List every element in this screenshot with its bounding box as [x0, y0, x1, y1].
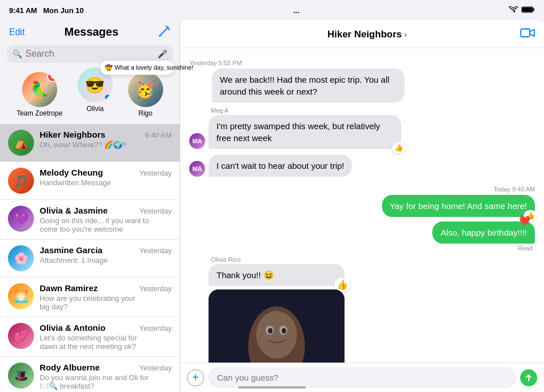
conv-preview: Do you wanna join me and Oli for [40, 373, 172, 382]
pinned-avatar-rigo: 🥳 [128, 72, 163, 107]
compose-button[interactable] [158, 25, 171, 39]
message-row: Meg A MA I'm pretty swamped this week, b… [189, 107, 535, 149]
conv-rody-albuerne[interactable]: 🎩 Rody Albuerne Yesterday Do you wanna j… [0, 357, 180, 392]
conv-avatar-hiker: ⛺ [8, 130, 34, 156]
message-wrapper: O Thank you!! 😆 👍 [189, 264, 345, 363]
conv-body-rody: Rody Albuerne Yesterday Do you wanna joi… [40, 363, 172, 390]
pinned-name-olivia: Olivia [87, 105, 104, 113]
conv-preview: Oh, wow! Where?? 🌈🌍‼️ [40, 140, 172, 149]
conv-preview: Attachment: 1 Image [40, 256, 172, 265]
conversation-list: ⛺ Hiker Neighbors 9:40 AM Oh, wow! Where… [0, 124, 180, 392]
conv-preview2: 🍽️🔍 breakfast? [40, 382, 172, 390]
conv-preview: How are you celebrating your [40, 294, 172, 302]
photo-face [209, 289, 345, 363]
send-button[interactable] [520, 369, 537, 386]
message-timestamp: Today 9:40 AM [494, 186, 535, 193]
messages-container: Yesterday 5:52 PM We are back!!! Had the… [180, 48, 544, 363]
conv-avatar-rody: 🎩 [8, 363, 34, 389]
message-wrapper: MA I'm pretty swamped this week, but rel… [189, 115, 401, 149]
pinned-olivia[interactable]: 🤠 What a lovely day, sunshine! 😎 Olivia [78, 67, 113, 117]
conv-olivia-antonio[interactable]: 💕 Olivia & Antonio Yesterday Let's do so… [0, 317, 180, 357]
conv-preview2: come too you're welcome [40, 225, 172, 233]
conv-body-dawn: Dawn Ramirez Yesterday How are you celeb… [40, 283, 172, 311]
conv-jasmine-garcia[interactable]: 🌸 Jasmine Garcia Yesterday Attachment: 1… [0, 240, 180, 278]
wifi-icon [509, 6, 518, 15]
conv-time: Yesterday [139, 324, 172, 333]
olivia-dot-badge [104, 93, 112, 101]
svg-rect-3 [159, 35, 162, 37]
svg-rect-4 [521, 29, 530, 37]
sidebar-header: Edit Messages [0, 20, 180, 41]
photo-message [209, 289, 345, 363]
message-avatar: MA [189, 133, 205, 149]
conv-time: Yesterday [139, 246, 172, 255]
conv-dawn-ramirez[interactable]: 🌅 Dawn Ramirez Yesterday How are you cel… [0, 278, 180, 317]
conv-preview2: dawn at the next meeting ok? [40, 342, 172, 351]
conv-name: Jasmine Garcia [40, 245, 103, 255]
message-bubble: Yay for being home! And same here! 👍 [382, 195, 535, 217]
conv-name: Olivia & Antonio [40, 323, 105, 333]
message-input[interactable] [209, 368, 516, 387]
conv-time: 9:40 AM [144, 131, 172, 139]
conv-body-jasmine: Jasmine Garcia Yesterday Attachment: 1 I… [40, 245, 172, 265]
sidebar: Edit Messages 🔍 🎤 🦜 6 [0, 20, 180, 392]
add-button[interactable]: + [187, 369, 204, 386]
message-row: Yesterday 5:52 PM We are back!!! Had the… [189, 55, 535, 103]
edit-button[interactable]: Edit [9, 27, 25, 37]
conv-avatar-melody: 🎵 [8, 168, 34, 194]
chat-area: Hiker Neighbors › Yesterday 5:52 PM We a… [180, 20, 544, 392]
message-bubble: Thank you!! 😆 👍 [209, 264, 345, 286]
conv-body-oliviaa: Olivia & Antonio Yesterday Let's do some… [40, 323, 172, 351]
conv-olivia-jasmine[interactable]: 💜 Olivia & Jasmine Yesterday Going on th… [0, 200, 180, 240]
chat-title-group[interactable]: Hiker Neighbors › [328, 29, 407, 40]
pinned-name-team: Team Zoetrope [16, 109, 62, 117]
conv-name: Hiker Neighbors [40, 130, 105, 139]
message-timestamp: Yesterday 5:52 PM [189, 59, 242, 66]
team-badge: 6 [47, 72, 57, 82]
conv-preview2: big day? [40, 302, 172, 311]
conv-name: Dawn Ramirez [40, 283, 98, 293]
message-row: MA I can't wait to hear about your trip! [189, 155, 535, 177]
message-avatar: MA [189, 161, 205, 177]
conv-preview: Going on this ride... if you want to [40, 216, 172, 225]
conv-hiker-neighbors[interactable]: ⛺ Hiker Neighbors 9:40 AM Oh, wow! Where… [0, 124, 180, 162]
conv-name: Rody Albuerne [40, 363, 100, 372]
input-area: + [180, 363, 544, 392]
conv-name: Olivia & Jasmine [40, 206, 108, 215]
conv-body-hiker: Hiker Neighbors 9:40 AM Oh, wow! Where??… [40, 130, 172, 149]
conv-avatar-oliviaj: 💜 [8, 206, 34, 232]
message-row: Olivia Rico O Thank you!! 😆 👍 [189, 256, 535, 363]
message-bubble: Also, happy birthday!!!! ❤️ [432, 221, 535, 244]
conv-time: Yesterday [139, 284, 172, 293]
message-bubble: We are back!!! Had the most epic trip. Y… [212, 69, 405, 103]
sidebar-title: Messages [25, 25, 158, 39]
reaction-badge: 👍 [392, 142, 406, 154]
conv-avatar-dawn: 🌅 [8, 283, 34, 309]
pinned-avatar-team: 🦜 6 [22, 72, 57, 107]
conv-time: Yesterday [139, 364, 172, 372]
pinned-row: 🦜 6 Team Zoetrope 🤠 What a lovely day, s… [0, 67, 180, 124]
video-call-button[interactable] [520, 27, 535, 42]
pinned-team-zoetrope[interactable]: 🦜 6 Team Zoetrope [16, 72, 62, 117]
battery-icon [521, 6, 535, 15]
search-icon: 🔍 [12, 49, 22, 58]
pinned-rigo[interactable]: 🥳 Rigo [128, 72, 163, 117]
conv-preview: Handwritten Message [40, 178, 172, 187]
message-read-status: Read [518, 245, 533, 252]
message-row: Also, happy birthday!!!! ❤️ Read [189, 221, 535, 252]
status-indicators [509, 6, 535, 15]
conv-time: Yesterday [139, 207, 172, 215]
search-input[interactable] [26, 49, 154, 59]
status-bar: 9:41 AM Mon Jun 10 ... [0, 0, 544, 20]
conv-name: Melody Cheung [40, 168, 103, 177]
conv-time: Yesterday [139, 169, 172, 177]
status-time: 9:41 AM Mon Jun 10 [9, 6, 84, 15]
conv-avatar-jasmine: 🌸 [8, 245, 34, 271]
svg-rect-12 [209, 289, 345, 363]
conv-melody-cheung[interactable]: 🎵 Melody Cheung Yesterday Handwritten Me… [0, 162, 180, 200]
svg-rect-2 [533, 8, 534, 11]
sender-name: Meg A [211, 107, 228, 114]
home-indicator [238, 386, 306, 389]
message-bubble: I'm pretty swamped this week, but relati… [209, 115, 401, 149]
message-row: Today 9:40 AM Yay for being home! And sa… [189, 181, 535, 217]
